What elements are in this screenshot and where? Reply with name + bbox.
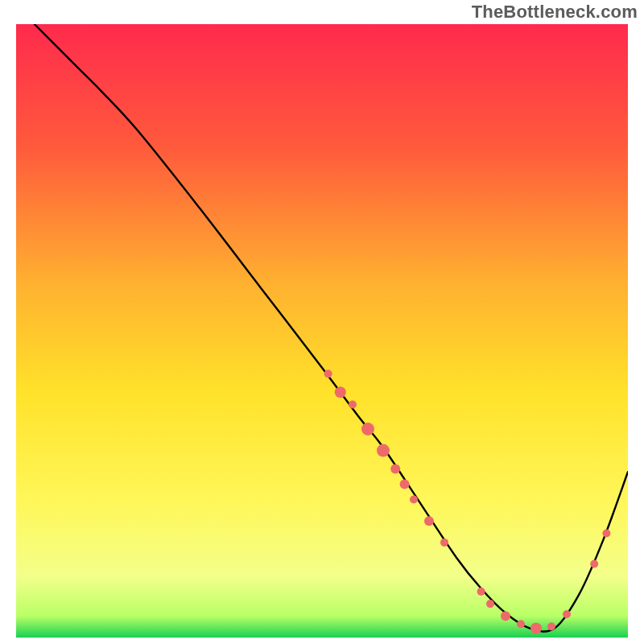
data-marker (390, 464, 400, 473)
data-marker (361, 423, 374, 436)
data-marker (590, 560, 598, 568)
data-marker (349, 400, 357, 408)
data-marker (324, 369, 332, 378)
data-marker (501, 611, 510, 621)
gradient-background (16, 24, 628, 638)
data-marker (563, 610, 571, 618)
watermark-label: TheBottleneck.com (472, 2, 638, 23)
data-marker (335, 386, 346, 398)
plot-area (16, 24, 628, 638)
chart-svg (16, 24, 628, 638)
data-marker (477, 588, 485, 596)
data-marker (486, 600, 494, 608)
data-marker (547, 622, 555, 630)
data-marker (602, 529, 610, 537)
data-marker (517, 620, 525, 628)
data-marker (440, 539, 448, 547)
data-marker (400, 480, 410, 489)
data-marker (377, 444, 390, 457)
data-marker (530, 623, 542, 634)
data-marker (424, 516, 434, 526)
chart-container: TheBottleneck.com (0, 0, 644, 644)
data-marker (410, 496, 418, 504)
